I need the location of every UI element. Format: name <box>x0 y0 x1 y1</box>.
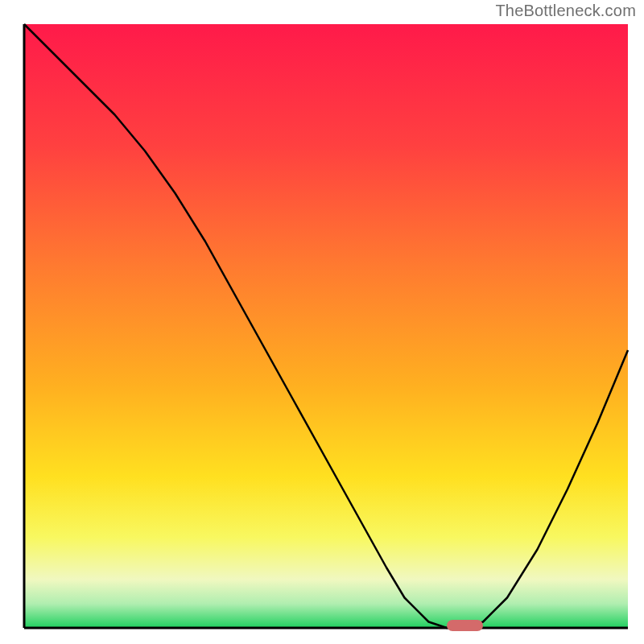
chart-container: TheBottleneck.com <box>0 0 644 644</box>
watermark-text: TheBottleneck.com <box>495 2 636 20</box>
optimal-marker <box>447 620 483 631</box>
bottleneck-chart <box>0 0 644 644</box>
